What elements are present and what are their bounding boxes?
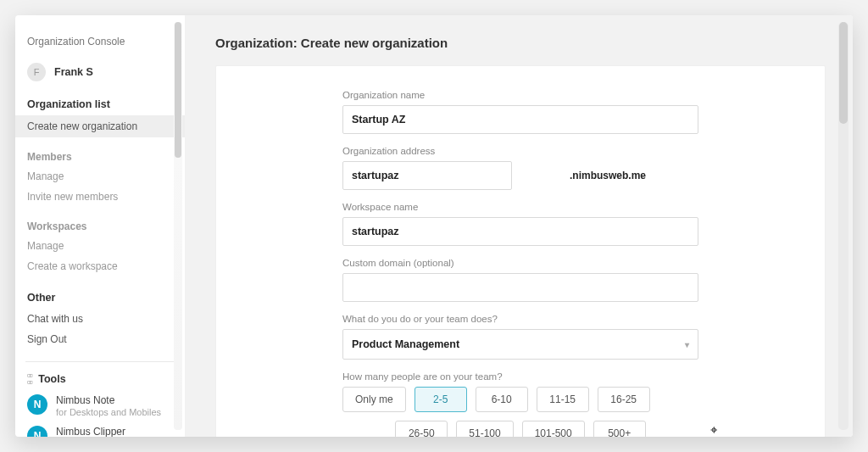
tool-badge-icon: N [27,394,47,415]
tools-header: Tools [38,373,65,385]
nav-workspaces-header: Workspaces [27,220,173,232]
team-size-option[interactable]: 11-15 [537,387,589,412]
team-does-select[interactable]: Product Management ▾ [342,329,698,360]
team-size-option[interactable]: Only me [342,387,406,412]
create-org-form: Organization name Organization address .… [342,90,698,437]
tool-name: Nimbus Note [56,394,161,406]
team-size-row-2: 26-50 51-100 101-500 500+ [342,421,698,437]
avatar: F [27,63,46,81]
nav-manage-members[interactable]: Manage [27,166,173,187]
main-scrollbar-thumb[interactable] [839,22,848,124]
sidebar-scrollbar-thumb[interactable] [175,22,181,158]
org-address-suffix: .nimbusweb.me [570,170,646,181]
team-size-option[interactable]: 6-10 [476,387,528,412]
console-title: Organization Console [27,36,173,47]
team-size-option[interactable]: 16-25 [598,387,650,412]
team-size-option[interactable]: 500+ [593,421,646,437]
team-does-value: Product Management [352,338,459,350]
nav-members-header: Members [27,151,173,163]
divider [25,361,175,362]
tool-nimbus-clipper[interactable]: N Nimbus Clipper complimentary product [27,426,173,437]
team-size-option[interactable]: 26-50 [395,421,448,437]
team-size-row-1: Only me 2-5 6-10 11-15 16-25 [342,387,698,412]
page-title: Organization: Create new organization [215,15,832,65]
team-size-option[interactable]: 2-5 [415,387,467,412]
form-card: Organization name Organization address .… [215,65,826,437]
tool-name: Nimbus Clipper [56,426,150,437]
app-frame: Organization Console F Frank S Organizat… [15,15,853,437]
sidebar: Organization Console F Frank S Organizat… [15,15,185,437]
team-does-label: What do you do or your team does? [342,314,698,324]
nav-create-organization[interactable]: Create new organization [15,115,185,137]
tools-header-row: ▫▫▫▫ Tools [27,372,173,386]
grid-icon: ▫▫▫▫ [27,372,31,386]
team-size-option[interactable]: 51-100 [456,421,513,437]
team-size-label: How many people are on your team? [342,371,698,382]
org-address-input[interactable] [342,161,512,190]
team-size-option[interactable]: 101-500 [522,421,585,437]
custom-domain-label: Custom domain (optional) [342,258,698,268]
nav-other-header: Other [27,292,173,304]
nav-create-workspace[interactable]: Create a workspace [27,256,173,276]
tool-badge-icon: N [27,426,47,437]
nav-organization-list[interactable]: Organization list [27,98,173,110]
main: Organization: Create new organization Or… [185,15,853,437]
nav-chat[interactable]: Chat with us [27,309,173,329]
tool-sub: for Desktops and Mobiles [56,407,161,417]
org-name-label: Organization name [342,90,698,100]
nav-manage-workspaces[interactable]: Manage [27,236,173,256]
chevron-down-icon: ▾ [685,340,689,349]
org-address-label: Organization address [342,146,698,156]
tool-nimbus-note[interactable]: N Nimbus Note for Desktops and Mobiles [27,394,173,417]
custom-domain-input[interactable] [342,273,698,302]
workspace-name-input[interactable] [342,217,698,246]
workspace-name-label: Workspace name [342,202,698,212]
nav-signout[interactable]: Sign Out [27,329,173,349]
org-name-input[interactable] [342,105,698,134]
nav-invite-members[interactable]: Invite new members [27,187,173,207]
user-row[interactable]: F Frank S [27,63,173,81]
user-name: Frank S [54,66,93,78]
